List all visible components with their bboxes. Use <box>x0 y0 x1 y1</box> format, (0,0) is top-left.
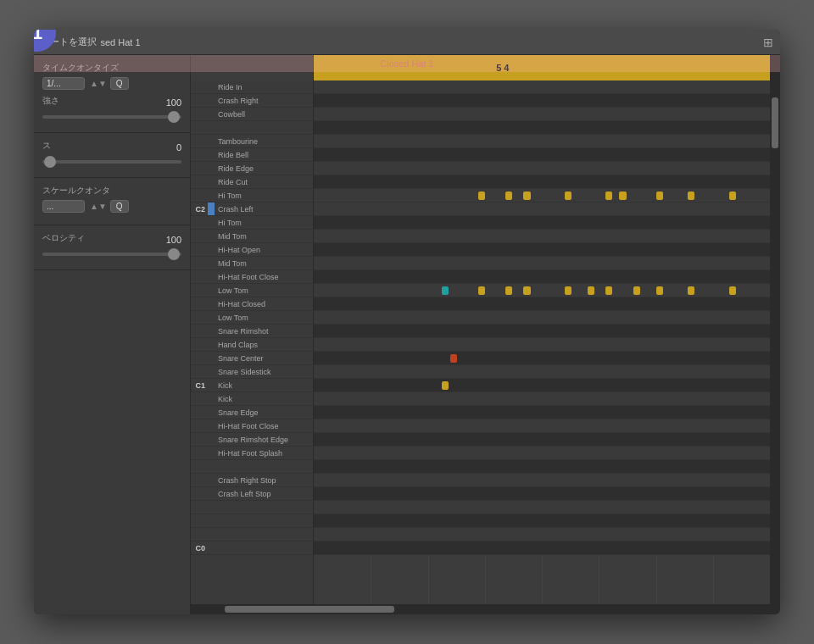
grid-row-hihat-open[interactable] <box>314 243 770 257</box>
grid-row-hi-tom2[interactable] <box>314 216 770 230</box>
note-block-15[interactable] <box>605 286 612 295</box>
note-block-5[interactable] <box>619 192 626 200</box>
grid-row-kick[interactable] <box>314 379 770 392</box>
piano-row-low-tom: Low Tom <box>191 284 313 297</box>
scale-section: ス 0 <box>34 133 190 178</box>
grid-row-ride-in[interactable] <box>314 80 770 94</box>
note-block-19[interactable] <box>729 286 736 295</box>
note-block-9[interactable] <box>442 286 449 295</box>
key-name-snare-center: Snare Center <box>215 354 313 363</box>
grid-row-hihat-foot-splash[interactable] <box>314 447 770 460</box>
grid-row-snare-rimshot-edge[interactable] <box>314 433 770 447</box>
grid-notes[interactable] <box>314 80 770 604</box>
piano-row-cowbell: Cowbell <box>191 108 313 121</box>
grid-row-blank2[interactable] <box>314 460 770 474</box>
note-block-0[interactable] <box>478 192 485 200</box>
note-block-12[interactable] <box>523 286 530 295</box>
key-color-bar-hihat-foot-close2 <box>208 419 215 432</box>
grid-row-hihat-foot-close[interactable] <box>314 270 770 284</box>
grid-row-hi-tom[interactable] <box>314 189 770 203</box>
piano-row-hi-tom: Hi Tom <box>191 189 313 203</box>
key-name-low-tom: Low Tom <box>215 286 313 295</box>
grid-row-hihat-foot-close2[interactable] <box>314 419 770 433</box>
grid-row-low-tom2[interactable] <box>314 311 770 325</box>
strength-row: 強さ 100 <box>42 95 181 110</box>
note-block-1[interactable] <box>505 192 512 200</box>
key-name-hand-claps: Hand Claps <box>215 341 313 349</box>
scrollbar-bottom-thumb[interactable] <box>225 606 394 613</box>
grid-row-cowbell[interactable] <box>314 108 770 121</box>
grid-icon[interactable]: ⊞ <box>763 36 773 49</box>
quantize-select[interactable]: 1/... <box>42 77 85 90</box>
grid-row-low-tom[interactable] <box>314 284 770 297</box>
grid-row-snare-edge[interactable] <box>314 406 770 419</box>
velocity-row: ベロシティ 100 <box>42 232 181 247</box>
grid-row-kick2[interactable] <box>314 392 770 406</box>
note-block-13[interactable] <box>565 286 571 295</box>
key-name-tambourine: Tambourine <box>215 137 313 146</box>
note-block-4[interactable] <box>605 192 612 200</box>
grid-row-c0-marker[interactable] <box>314 541 770 555</box>
grid-row-ride-cut[interactable] <box>314 175 770 189</box>
scrollbar-thumb[interactable] <box>772 97 778 148</box>
grid-row-hand-claps[interactable] <box>314 338 770 352</box>
key-name-kick2: Kick <box>215 395 313 403</box>
velocity-slider-track[interactable] <box>42 253 181 256</box>
note-block-21[interactable] <box>442 381 449 390</box>
grid-row-mid-tom2[interactable] <box>314 257 770 270</box>
note-block-3[interactable] <box>565 192 571 200</box>
grid-row-snare-center[interactable] <box>314 352 770 365</box>
note-block-14[interactable] <box>588 286 594 295</box>
quantize-q-button[interactable]: Q <box>110 77 129 90</box>
grid-row-crash-left[interactable] <box>314 203 770 216</box>
note-block-18[interactable] <box>688 286 694 295</box>
key-name-low-tom2: Low Tom <box>215 314 313 322</box>
grid-row-crash-right[interactable] <box>314 94 770 108</box>
grid-row-blank1[interactable] <box>314 121 770 135</box>
strength-slider-thumb[interactable] <box>168 111 180 123</box>
velocity-label: ベロシティ <box>42 232 85 244</box>
note-block-11[interactable] <box>505 286 512 295</box>
note-block-16[interactable] <box>633 286 640 295</box>
scale-q-button[interactable]: Q <box>110 200 129 213</box>
scale-slider-track[interactable] <box>42 160 181 164</box>
note-block-6[interactable] <box>656 192 663 200</box>
grid-row-blank5[interactable] <box>314 528 770 541</box>
velocity-section: ベロシティ 100 <box>34 225 190 270</box>
grid-row-blank4[interactable] <box>314 514 770 528</box>
grid-row-ride-bell[interactable] <box>314 148 770 162</box>
piano-row-blank2 <box>191 460 313 474</box>
key-name-hi-tom2: Hi Tom <box>215 219 313 227</box>
key-color-bar-hi-tom2 <box>208 216 215 229</box>
piano-row-hand-claps: Hand Claps <box>191 338 313 352</box>
piano-row-hi-tom2: Hi Tom <box>191 216 313 230</box>
scrollbar-right[interactable] <box>770 80 780 604</box>
grid-row-crash-right-stop[interactable] <box>314 474 770 487</box>
velocity-slider-thumb[interactable] <box>168 248 180 260</box>
grid-row-snare-sidestick[interactable] <box>314 365 770 379</box>
scale-quantize-select[interactable]: ... <box>42 200 85 213</box>
grid-row-blank3[interactable] <box>314 501 770 514</box>
strength-slider-track[interactable] <box>42 115 181 119</box>
grid-row-crash-left-stop[interactable] <box>314 487 770 501</box>
scroll-area[interactable]: Ride InCrash RightCowbellTambourineRide … <box>191 80 780 604</box>
note-block-2[interactable] <box>523 192 530 200</box>
key-name-mid-tom2: Mid Tom <box>215 259 313 268</box>
grid-row-snare-rimshot[interactable] <box>314 325 770 338</box>
key-color-bar-hi-tom <box>208 189 215 202</box>
key-color-bar-crash-right <box>208 94 215 107</box>
grid-row-tambourine[interactable] <box>314 135 770 148</box>
note-block-20[interactable] <box>450 354 457 363</box>
note-block-7[interactable] <box>688 192 694 200</box>
note-block-10[interactable] <box>478 286 485 295</box>
quantize-row: 1/... ▲▼ Q <box>42 77 181 90</box>
grid-row-ride-edge[interactable] <box>314 162 770 175</box>
note-block-17[interactable] <box>656 286 663 295</box>
grid-row-hihat-closed[interactable] <box>314 297 770 311</box>
note-block-8[interactable] <box>729 192 736 200</box>
region-label: Closed Hat 1 <box>380 58 434 69</box>
scrollbar-bottom[interactable] <box>191 604 780 614</box>
grid-row-mid-tom[interactable] <box>314 230 770 243</box>
scale-slider-thumb[interactable] <box>44 156 56 168</box>
piano-row-hihat-open: Hi-Hat Open <box>191 243 313 257</box>
